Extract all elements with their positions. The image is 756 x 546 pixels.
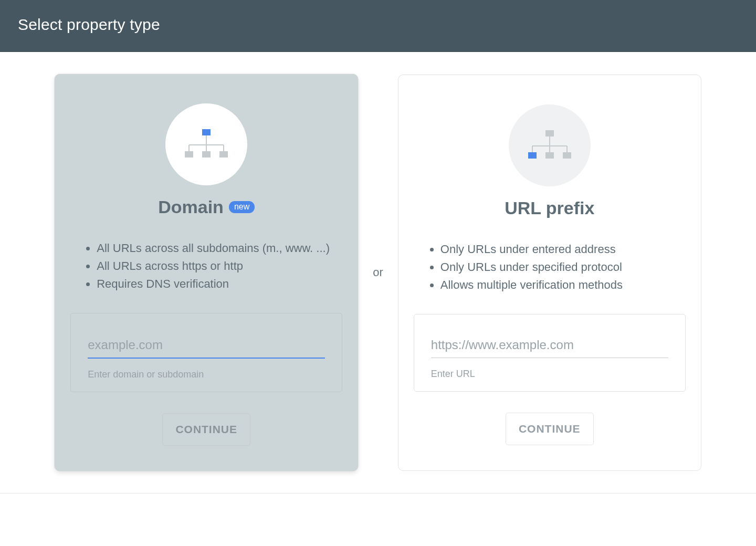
- svg-rect-6: [185, 151, 193, 158]
- url-input[interactable]: [431, 334, 668, 358]
- svg-rect-16: [545, 152, 554, 159]
- sitemap-icon: [528, 130, 571, 161]
- divider: [0, 493, 756, 494]
- domain-icon-circle: [165, 103, 247, 185]
- domain-property-card[interactable]: Domain new All URLs across all subdomain…: [55, 74, 358, 471]
- url-input-container: Enter URL: [414, 314, 686, 392]
- url-prefix-property-card[interactable]: URL prefix Only URLs under entered addre…: [398, 75, 701, 471]
- domain-input-helper: Enter domain or subdomain: [88, 369, 325, 380]
- dialog-header: Select property type: [0, 0, 756, 52]
- domain-title-row: Domain new: [158, 197, 255, 217]
- list-item: Requires DNS verification: [97, 275, 333, 293]
- url-continue-button[interactable]: CONTINUE: [506, 413, 594, 445]
- svg-rect-0: [202, 129, 211, 135]
- domain-input[interactable]: [88, 334, 325, 359]
- list-item: Only URLs under entered address: [440, 240, 676, 258]
- list-item: All URLs across all subdomains (m., www.…: [97, 239, 333, 257]
- list-item: All URLs across https or http: [97, 257, 333, 275]
- url-input-helper: Enter URL: [431, 369, 668, 380]
- page-title: Select property type: [18, 16, 738, 34]
- url-card-title: URL prefix: [505, 198, 594, 218]
- svg-rect-8: [219, 151, 228, 158]
- sitemap-icon: [185, 129, 228, 160]
- or-separator: or: [373, 266, 383, 279]
- svg-rect-15: [528, 152, 537, 159]
- domain-input-container: Enter domain or subdomain: [70, 313, 342, 392]
- svg-rect-7: [202, 151, 211, 158]
- new-badge: new: [229, 201, 255, 213]
- url-title-row: URL prefix: [505, 198, 594, 218]
- content-area: Domain new All URLs across all subdomain…: [0, 52, 756, 493]
- domain-continue-button[interactable]: CONTINUE: [162, 413, 250, 446]
- domain-feature-list: All URLs across all subdomains (m., www.…: [69, 239, 343, 293]
- list-item: Only URLs under specified protocol: [440, 258, 676, 276]
- svg-rect-17: [563, 152, 571, 159]
- svg-rect-9: [545, 130, 554, 136]
- url-icon-circle: [509, 104, 591, 186]
- list-item: Allows multiple verification methods: [440, 276, 676, 294]
- url-feature-list: Only URLs under entered address Only URL…: [413, 240, 686, 294]
- domain-card-title: Domain: [158, 197, 224, 217]
